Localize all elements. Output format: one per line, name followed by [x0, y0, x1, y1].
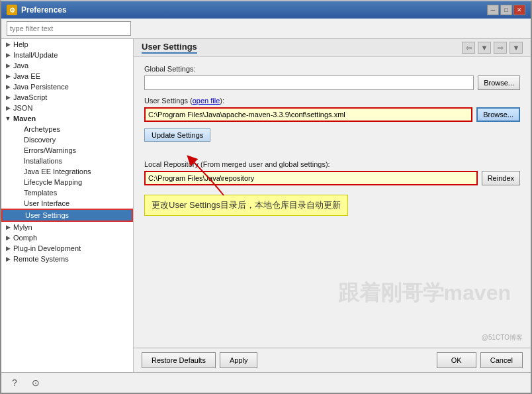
back-button[interactable]: ⇦ — [462, 42, 475, 54]
sidebar-item-maven[interactable]: ▼ Maven — [1, 113, 133, 124]
preferences-icon-button[interactable]: ⊙ — [28, 375, 44, 391]
content-area: User Settings ⇦ ▼ ⇨ ▼ Global Settings: B… — [134, 39, 531, 372]
sidebar-item-plugin-dev[interactable]: ▶ Plug-in Development — [1, 243, 133, 254]
sidebar-item-errors-warnings[interactable]: ▶ Errors/Warnings — [1, 145, 133, 156]
nav-dropdown[interactable]: ▼ — [478, 42, 491, 54]
expand-arrow-plugin: ▶ — [4, 244, 12, 252]
expand-arrow-javascript: ▶ — [4, 93, 12, 101]
sidebar-label-maven: Maven — [13, 115, 36, 123]
global-settings-label: Global Settings: — [144, 65, 520, 73]
sidebar-item-java-ee-integration[interactable]: ▶ Java EE Integrations — [1, 166, 133, 177]
annotation-box: 更改User Settings目录后，本地仓库目录自动更新 — [144, 195, 348, 216]
sidebar-item-lifecycle-mapping[interactable]: ▶ Lifecycle Mapping — [1, 177, 133, 187]
user-settings-section: User Settings (open file): Browse... — [144, 97, 520, 122]
sidebar: ▶ Help ▶ Install/Update ▶ Java ▶ Java EE… — [1, 39, 134, 372]
sidebar-label-java: Java — [13, 62, 28, 70]
search-input[interactable] — [7, 21, 131, 36]
expand-arrow-mylyn: ▶ — [4, 223, 12, 231]
open-file-link[interactable]: open file — [193, 97, 220, 105]
sidebar-label-templates: Templates — [24, 189, 57, 197]
expand-arrow-oomph: ▶ — [4, 234, 12, 242]
content-body: Global Settings: Browse... User Settings… — [134, 57, 531, 348]
attribution: @51CTO博客 — [482, 333, 523, 342]
sidebar-item-user-interface[interactable]: ▶ User Interface — [1, 198, 133, 209]
global-settings-section: Global Settings: Browse... — [144, 65, 520, 90]
window-controls: ─ □ ✕ — [487, 5, 525, 15]
sidebar-label-javascript: JavaScript — [13, 93, 47, 101]
sidebar-item-java[interactable]: ▶ Java — [1, 60, 133, 71]
sidebar-item-installations[interactable]: ▶ Installations — [1, 156, 133, 166]
sidebar-label-java-persistence: Java Persistence — [13, 83, 69, 91]
content-title: User Settings — [142, 42, 197, 54]
sidebar-item-remote-systems[interactable]: ▶ Remote Systems — [1, 254, 133, 264]
sidebar-label-plugin: Plug-in Development — [13, 244, 81, 252]
expand-arrow-remote: ▶ — [4, 255, 12, 263]
title-bar: ⚙ Preferences ─ □ ✕ — [1, 1, 531, 19]
restore-defaults-button[interactable]: Restore Defaults — [142, 352, 216, 368]
local-repo-row: Reindex — [144, 171, 520, 185]
sidebar-item-java-ee[interactable]: ▶ Java EE — [1, 71, 133, 81]
sidebar-item-user-settings[interactable]: ▶ User Settings — [1, 209, 133, 222]
minimize-button[interactable]: ─ — [487, 5, 499, 15]
expand-arrow-json: ▶ — [4, 104, 12, 112]
sidebar-label-discovery: Discovery — [24, 136, 56, 144]
sidebar-label-java-ee-int: Java EE Integrations — [24, 168, 91, 175]
apply-button[interactable]: Apply — [220, 352, 258, 368]
local-repo-label: Local Repository (From merged user and g… — [144, 160, 520, 168]
expand-arrow-java-persistence: ▶ — [4, 83, 12, 91]
sidebar-label-user-interface: User Interface — [24, 199, 69, 207]
status-bar: ? ⊙ — [1, 372, 531, 393]
sidebar-item-oomph[interactable]: ▶ Oomph — [1, 232, 133, 243]
sidebar-label-java-ee: Java EE — [13, 72, 40, 80]
sidebar-item-java-persistence[interactable]: ▶ Java Persistence — [1, 81, 133, 92]
user-settings-label: User Settings (open file): — [144, 97, 520, 105]
sidebar-label-lifecycle: Lifecycle Mapping — [24, 178, 82, 186]
sidebar-label-mylyn: Mylyn — [13, 223, 32, 231]
help-icon-button[interactable]: ? — [7, 375, 22, 391]
sidebar-item-templates[interactable]: ▶ Templates — [1, 187, 133, 198]
forward-button[interactable]: ⇨ — [494, 42, 507, 54]
sidebar-label-install: Install/Update — [13, 51, 58, 59]
sidebar-label-installations: Installations — [24, 157, 62, 165]
sidebar-item-archetypes[interactable]: ▶ Archetypes — [1, 124, 133, 134]
expand-arrow-maven: ▼ — [4, 115, 12, 123]
reindex-button[interactable]: Reindex — [482, 171, 520, 185]
bottom-bar: Restore Defaults Apply OK Cancel — [134, 348, 531, 372]
update-settings-button[interactable]: Update Settings — [144, 128, 210, 142]
user-browse-button[interactable]: Browse... — [476, 107, 520, 122]
sidebar-item-javascript[interactable]: ▶ JavaScript — [1, 92, 133, 103]
watermark: 跟着刚哥学maven — [338, 279, 511, 308]
sidebar-item-install-update[interactable]: ▶ Install/Update — [1, 50, 133, 60]
main-content: ▶ Help ▶ Install/Update ▶ Java ▶ Java EE… — [1, 39, 531, 372]
nav-dropdown2[interactable]: ▼ — [510, 42, 523, 54]
search-bar — [1, 19, 531, 39]
ok-cancel-area: OK Cancel — [437, 352, 523, 368]
sidebar-label-json: JSON — [13, 104, 32, 112]
expand-arrow-java: ▶ — [4, 62, 12, 70]
sidebar-label-help: Help — [13, 40, 28, 48]
preferences-window: ⚙ Preferences ─ □ ✕ ▶ Help ▶ Install/Upd… — [0, 0, 532, 394]
sidebar-item-mylyn[interactable]: ▶ Mylyn — [1, 222, 133, 232]
content-header: User Settings ⇦ ▼ ⇨ ▼ — [134, 39, 531, 57]
expand-arrow-java-ee: ▶ — [4, 72, 12, 80]
sidebar-item-json[interactable]: ▶ JSON — [1, 103, 133, 113]
global-browse-button[interactable]: Browse... — [478, 75, 520, 90]
sidebar-label-archetypes: Archetypes — [24, 125, 60, 133]
ok-button[interactable]: OK — [437, 352, 476, 368]
maximize-button[interactable]: □ — [500, 5, 512, 15]
expand-arrow-install: ▶ — [4, 51, 12, 59]
expand-arrow-help: ▶ — [4, 40, 12, 48]
annotation-area: 更改User Settings目录后，本地仓库目录自动更新 — [144, 192, 520, 216]
local-repo-section: Local Repository (From merged user and g… — [144, 160, 520, 185]
user-settings-input[interactable] — [144, 107, 472, 122]
user-settings-row: Browse... — [144, 107, 520, 122]
nav-buttons: ⇦ ▼ ⇨ ▼ — [462, 42, 523, 54]
global-settings-input[interactable] — [144, 75, 474, 90]
sidebar-item-help[interactable]: ▶ Help — [1, 39, 133, 50]
sidebar-item-discovery[interactable]: ▶ Discovery — [1, 134, 133, 145]
close-button[interactable]: ✕ — [513, 5, 525, 15]
update-settings-section: Update Settings — [144, 128, 520, 151]
local-repo-input[interactable] — [144, 171, 478, 185]
sidebar-label-oomph: Oomph — [13, 234, 37, 242]
cancel-button[interactable]: Cancel — [480, 352, 523, 368]
